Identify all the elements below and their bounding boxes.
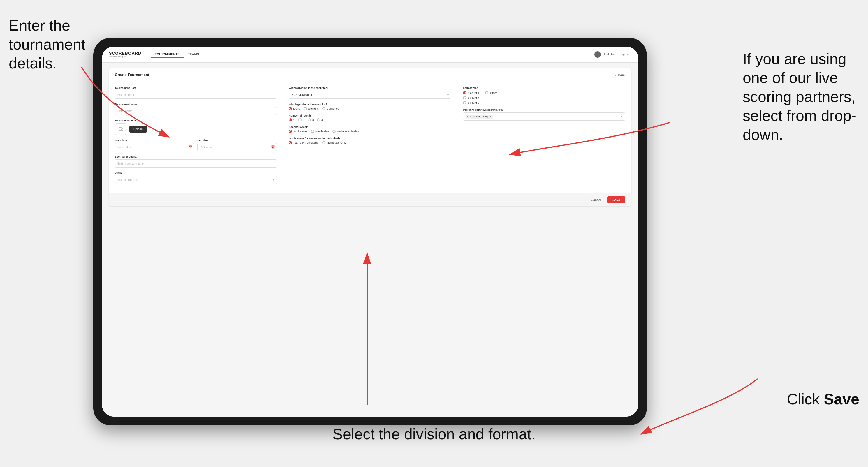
end-date-group: End date 📅	[197, 139, 277, 151]
teams-label: Is this event for Teams and/or Individua…	[289, 137, 451, 140]
division-label: Which division is the event for?	[289, 87, 451, 89]
start-date-group: Start date 📅	[115, 139, 194, 151]
calendar-icon-end: 📅	[271, 145, 275, 149]
teams-radio-teams[interactable]: Teams (+Individuals)	[289, 141, 318, 144]
end-date-input[interactable]	[197, 143, 277, 151]
tournament-name-label: Tournament name	[115, 103, 277, 106]
radio-circle-6c4	[463, 96, 466, 99]
tournament-host-label: Tournament Host	[115, 87, 277, 89]
brand-title: SCOREBOARD	[109, 51, 141, 56]
gender-label: Which gender is the event for?	[289, 103, 451, 106]
radio-circle-r4	[317, 118, 320, 122]
radio-circle-match	[311, 130, 314, 133]
radio-circle-other	[485, 91, 488, 94]
save-button[interactable]: Save	[607, 196, 625, 204]
rounds-radio-1[interactable]: 1	[289, 118, 294, 122]
form-body: Tournament Host Tournament name Tourname…	[109, 81, 631, 193]
sponsor-input[interactable]	[115, 159, 277, 167]
sign-out-link[interactable]: Sign out	[620, 53, 631, 56]
format-type-label: Format type	[463, 87, 625, 89]
back-link[interactable]: ‹ Back	[615, 73, 625, 76]
sponsor-label: Sponsor (optional)	[115, 155, 277, 158]
rounds-radio-4[interactable]: 4	[317, 118, 323, 122]
brand: SCOREBOARD Powered by clippit	[109, 51, 141, 58]
gender-radio-combined[interactable]: Combined	[322, 107, 339, 110]
scoring-radio-match[interactable]: Match Play	[311, 130, 329, 133]
live-scoring-group: Use third-party live scoring API? Leader…	[463, 108, 625, 121]
rounds-radio-group: 1 2 3	[289, 118, 451, 122]
annotation-top-right: If you are using one of our live scoring…	[743, 50, 859, 144]
radio-circle-teams	[289, 141, 292, 144]
scoring-label-stroke: Stroke Play	[293, 130, 307, 133]
nav-tournaments[interactable]: TOURNAMENTS	[151, 51, 184, 58]
start-date-input[interactable]	[115, 143, 194, 151]
venue-select[interactable]: Search golf club	[115, 176, 277, 184]
rounds-radio-3[interactable]: 3	[308, 118, 313, 122]
tournament-logo-label: Tournament logo	[115, 119, 277, 122]
format-other-col: Other	[485, 91, 497, 104]
format-option-other[interactable]: Other	[485, 91, 497, 94]
start-date-label: Start date	[115, 139, 194, 142]
scoring-radio-group: Stroke Play Match Play Medal Match Play	[289, 130, 451, 133]
nav-teams[interactable]: TEAMS	[184, 51, 203, 58]
gender-group: Which gender is the event for? Mens Wome…	[289, 103, 451, 110]
click-save-prefix: Click	[787, 391, 824, 408]
radio-circle-r2	[298, 118, 302, 122]
avatar	[594, 51, 601, 58]
radio-circle-medal	[333, 130, 336, 133]
venue-label: Venue	[115, 172, 277, 175]
live-scoring-label: Use third-party live scoring API?	[463, 108, 625, 111]
gender-radio-womens[interactable]: Womens	[304, 107, 319, 110]
cancel-button[interactable]: Cancel	[587, 196, 604, 204]
live-scoring-value: Leaderboard King	[467, 115, 488, 118]
annotation-bottom-center: Select the division and format.	[333, 425, 535, 444]
gender-label-womens: Womens	[308, 107, 319, 110]
tournament-logo-group: Tournament logo 🖼 Upload	[115, 119, 277, 135]
format-option-6count5[interactable]: 6 count 5	[463, 101, 479, 104]
main-content: Create Tournament ‹ Back Tournament Host	[102, 63, 638, 416]
scoring-radio-stroke[interactable]: Stroke Play	[289, 130, 307, 133]
end-date-label: End date	[197, 139, 277, 142]
tournament-host-group: Tournament Host	[115, 87, 277, 99]
teams-label-individuals: Individuals Only	[327, 141, 346, 144]
form-col-2: Which division is the event for? NCAA Di…	[283, 81, 457, 193]
radio-circle-6c5	[463, 101, 466, 104]
rounds-radio-2[interactable]: 2	[298, 118, 304, 122]
logo-upload-row: 🖼 Upload	[115, 123, 277, 135]
card-footer: Cancel Save	[109, 193, 631, 206]
division-select[interactable]: NCAA Division I	[289, 91, 451, 99]
rounds-label-4: 4	[321, 118, 323, 122]
format-option-5count4[interactable]: 5 count 4	[463, 91, 479, 94]
back-label: Back	[618, 73, 625, 76]
live-scoring-select[interactable]: Leaderboard King ✕ ▾	[463, 113, 625, 121]
format-label-other: Other	[490, 91, 497, 94]
scoring-radio-medal-match[interactable]: Medal Match Play	[333, 130, 359, 133]
radio-circle-5c4	[463, 91, 466, 94]
click-save-bold: Save	[824, 391, 859, 408]
division-select-wrapper: NCAA Division I	[289, 91, 451, 99]
gender-label-mens: Mens	[293, 107, 300, 110]
upload-button[interactable]: Upload	[129, 126, 147, 132]
tournament-name-input[interactable]	[115, 107, 277, 115]
user-name: Test User |	[604, 53, 618, 56]
tag-close-icon[interactable]: ✕	[489, 115, 492, 118]
teams-radio-individuals[interactable]: Individuals Only	[322, 141, 346, 144]
format-type-inner: 5 count 4 6 count 4 6 count 5	[463, 91, 625, 104]
rounds-group: Number of rounds 1 2	[289, 114, 451, 122]
venue-select-wrapper: Search golf club	[115, 176, 277, 184]
form-col-1: Tournament Host Tournament name Tourname…	[109, 81, 283, 193]
venue-group: Venue Search golf club	[115, 172, 277, 184]
rounds-label: Number of rounds	[289, 114, 451, 117]
teams-group: Is this event for Teams and/or Individua…	[289, 137, 451, 144]
annotation-top-left: Enter the tournament details.	[9, 16, 102, 73]
tournament-name-group: Tournament name	[115, 103, 277, 115]
search-team-input[interactable]	[115, 91, 277, 99]
navbar: SCOREBOARD Powered by clippit TOURNAMENT…	[102, 46, 638, 63]
back-arrow-icon: ‹	[615, 73, 616, 76]
format-label-6c4: 6 count 4	[468, 96, 479, 99]
radio-circle-individuals	[322, 141, 326, 144]
scoring-label-match: Match Play	[315, 130, 329, 133]
gender-radio-mens[interactable]: Mens	[289, 107, 300, 110]
radio-circle-r3	[308, 118, 311, 122]
format-option-6count4[interactable]: 6 count 4	[463, 96, 479, 99]
